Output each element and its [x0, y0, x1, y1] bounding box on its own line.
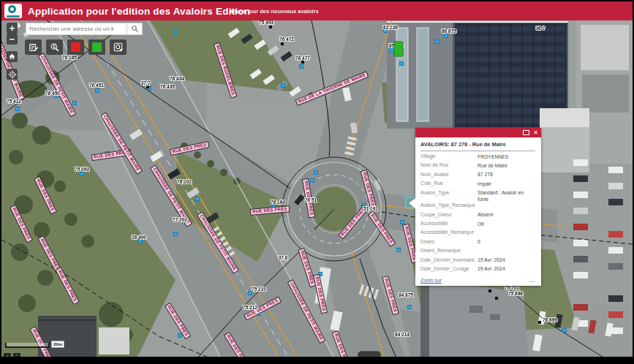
avaloir-point[interactable]: [314, 171, 317, 174]
edit-note-icon: [29, 42, 39, 53]
avaloir-point[interactable]: [281, 42, 284, 45]
avaloir-point[interactable]: [174, 31, 177, 34]
map-canvas[interactable]: CHAUSSÉE DE PETIT MAIRECHAUSSÉE DE PETIT…: [1, 20, 633, 357]
red-square-icon: [71, 42, 80, 52]
avaloir-point[interactable]: [80, 172, 83, 175]
avaloir-point[interactable]: [282, 84, 284, 87]
avaloir-point[interactable]: [401, 221, 404, 224]
avaloir-point[interactable]: [146, 86, 149, 88]
edit-settings-widget-button[interactable]: [110, 39, 127, 55]
avaloir-point[interactable]: [488, 289, 491, 292]
popup-field-label: Avaloir_Type: [420, 190, 478, 195]
avaloir-point[interactable]: [436, 40, 439, 43]
close-icon[interactable]: ✕: [533, 130, 538, 136]
scalebar-label: 20m: [51, 341, 64, 348]
popup-field-label: Coté_Rue: [420, 181, 478, 186]
red-symbol-button[interactable]: [67, 39, 84, 55]
zoom-to-link[interactable]: Zoom sur: [420, 278, 442, 283]
popup-field-row: Accessibilité_Remarque: [420, 230, 535, 238]
popup-field-label: Accessibilité_Remarque: [420, 230, 478, 235]
popup-attribute-table: VillageFROYENNESNom de RueRue de MaireNu…: [420, 153, 535, 275]
home-button[interactable]: [7, 51, 18, 62]
avaloir-point[interactable]: [390, 49, 393, 52]
avaloir-point[interactable]: [73, 102, 76, 105]
zoom-out-button[interactable]: −: [7, 34, 18, 45]
edit-note-widget-button[interactable]: [25, 39, 42, 55]
popup-field-value: Standard : Avaloir en fonte: [478, 190, 535, 203]
search-person-icon: [50, 42, 60, 53]
avaloir-point[interactable]: [400, 62, 403, 65]
popup-field-row: Avaloir_TypeStandard : Avaloir en fonte: [420, 190, 535, 203]
avaloir-point[interactable]: [196, 197, 199, 200]
popup-field-label: Avaloir_Type_Remarque: [420, 202, 478, 208]
plus-mini-icon[interactable]: +: [4, 353, 11, 357]
search-box: [26, 23, 143, 35]
popup-field-label: Coupe_Odeur: [420, 212, 478, 217]
avaloir-point[interactable]: [397, 249, 400, 251]
avaloir-point[interactable]: [563, 329, 566, 332]
query-widget-button[interactable]: [46, 39, 63, 55]
popup-field-label: Divers: [420, 239, 478, 244]
edit-circle-icon: [113, 42, 124, 53]
avaloir-point[interactable]: [362, 204, 365, 207]
avaloir-point[interactable]: [311, 179, 314, 182]
avaloir-point[interactable]: [96, 89, 99, 92]
popup-field-row: Divers_Remarque: [420, 248, 535, 257]
popup-titlebar[interactable]: ✕: [415, 128, 541, 137]
popup-field-row: Avaloir_Type_Remarque: [420, 202, 535, 211]
attribution-icons: + ^: [4, 353, 20, 357]
popup-field-label: Date_Dernier_Curage: [420, 266, 478, 271]
popup-field-row: Num_Avaloir87 278: [420, 172, 535, 181]
scalebar-line: [5, 343, 50, 348]
search-input[interactable]: [26, 23, 127, 35]
popup-pointer: [409, 198, 415, 208]
popup-field-row: Nom de RueRue de Maire: [420, 162, 535, 171]
avaloir-point[interactable]: [16, 107, 19, 110]
attribution-toggle[interactable]: [358, 351, 381, 357]
search-button[interactable]: [127, 23, 143, 35]
green-symbol-button[interactable]: [88, 39, 105, 55]
popup-field-label: Accessibilité: [420, 221, 478, 226]
avaloir-point[interactable]: [249, 292, 252, 295]
avaloir-point[interactable]: [272, 205, 275, 208]
avaloir-point[interactable]: [445, 34, 448, 37]
popup-field-label: Date_Dernier_Inventaire: [420, 257, 478, 262]
popup-field-row: Divers0: [420, 239, 535, 248]
popup-field-value: Rue de Maire: [478, 162, 507, 169]
home-icon: [8, 53, 16, 61]
popup-field-value: 19 Avr. 2024: [478, 266, 505, 273]
avaloir-point[interactable]: [384, 29, 387, 32]
avaloir-point[interactable]: [174, 232, 177, 235]
avaloir-point[interactable]: [301, 61, 304, 64]
app-window: Application pour l'edition des Avaloirs …: [0, 0, 634, 364]
avaloir-point[interactable]: [408, 306, 411, 308]
avaloir-point[interactable]: [269, 26, 272, 29]
avaloir-point[interactable]: [538, 321, 541, 324]
avaloir-point[interactable]: [139, 240, 142, 243]
green-feature-marker[interactable]: [394, 42, 404, 57]
popup-field-row: Date_Dernier_Inventaire19 Avr. 2024: [420, 257, 535, 266]
popup-field-row: VillageFROYENNES: [420, 153, 535, 162]
avaloir-point[interactable]: [178, 334, 181, 337]
collapse-mini-icon[interactable]: ^: [13, 353, 20, 357]
more-options-button[interactable]: ...: [529, 278, 535, 283]
avaloir-point[interactable]: [319, 273, 322, 276]
avaloir-point[interactable]: [495, 297, 498, 300]
app-logo-icon: [4, 4, 22, 18]
avaloir-point[interactable]: [300, 65, 303, 68]
avaloir-point[interactable]: [106, 152, 109, 155]
header-menu-link[interactable]: Mise à jour des nouveaux avaloirs: [230, 8, 319, 15]
popup-field-row: Coté_RueImpair: [420, 181, 535, 189]
popup-field-label: Divers_Remarque: [420, 248, 478, 253]
avaloir-point[interactable]: [257, 312, 260, 315]
maximize-icon[interactable]: [523, 130, 529, 135]
popup-field-row: Coupe_OdeurAbsent: [420, 212, 535, 221]
popup-field-value: FROYENNES: [478, 153, 508, 160]
avaloir-point[interactable]: [55, 94, 58, 97]
popup-field-label: Village: [420, 153, 478, 159]
locate-button[interactable]: [7, 69, 18, 80]
zoom-in-button[interactable]: +: [7, 23, 18, 34]
app-header: Application pour l'edition des Avaloirs …: [1, 1, 633, 20]
popup-title: AVALOIRS: 87 278 - Rue de Maire: [420, 141, 535, 151]
popup-field-value: 0: [478, 239, 480, 246]
